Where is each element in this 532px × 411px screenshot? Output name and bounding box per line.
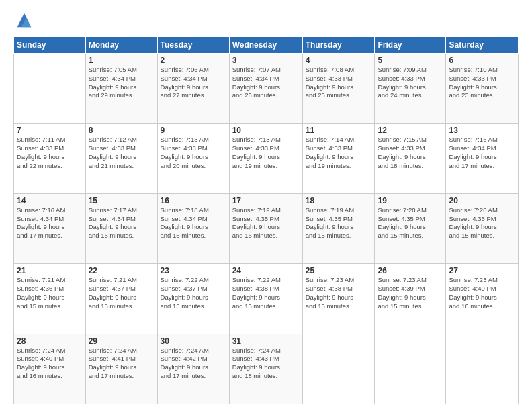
calendar-cell: 3Sunrise: 7:07 AM Sunset: 4:34 PM Daylig… (229, 54, 302, 124)
calendar-cell: 27Sunrise: 7:23 AM Sunset: 4:40 PM Dayli… (446, 264, 519, 334)
logo (13, 11, 34, 31)
calendar-cell: 11Sunrise: 7:14 AM Sunset: 4:33 PM Dayli… (302, 124, 375, 193)
day-number: 17 (232, 196, 300, 205)
day-info: Sunrise: 7:07 AM Sunset: 4:34 PM Dayligh… (232, 66, 300, 100)
calendar-cell: 18Sunrise: 7:19 AM Sunset: 4:35 PM Dayli… (302, 193, 375, 263)
calendar-week-row: 14Sunrise: 7:16 AM Sunset: 4:34 PM Dayli… (14, 193, 519, 263)
calendar-cell: 10Sunrise: 7:13 AM Sunset: 4:33 PM Dayli… (229, 124, 302, 193)
day-number: 15 (89, 196, 154, 205)
calendar-cell: 4Sunrise: 7:08 AM Sunset: 4:33 PM Daylig… (302, 54, 375, 124)
day-number: 8 (89, 126, 154, 135)
day-number: 6 (449, 56, 515, 65)
day-info: Sunrise: 7:06 AM Sunset: 4:34 PM Dayligh… (161, 66, 226, 100)
weekday-header: Wednesday (229, 37, 302, 54)
calendar-cell: 15Sunrise: 7:17 AM Sunset: 4:34 PM Dayli… (85, 193, 157, 263)
day-number: 22 (89, 266, 154, 275)
day-info: Sunrise: 7:17 AM Sunset: 4:34 PM Dayligh… (89, 206, 154, 240)
header (13, 11, 519, 31)
day-info: Sunrise: 7:16 AM Sunset: 4:34 PM Dayligh… (449, 136, 515, 170)
day-number: 3 (232, 56, 300, 65)
day-info: Sunrise: 7:23 AM Sunset: 4:38 PM Dayligh… (306, 276, 372, 310)
calendar-cell: 5Sunrise: 7:09 AM Sunset: 4:33 PM Daylig… (375, 54, 446, 124)
calendar-cell: 22Sunrise: 7:21 AM Sunset: 4:37 PM Dayli… (85, 264, 157, 334)
calendar-header: SundayMondayTuesdayWednesdayThursdayFrid… (14, 37, 519, 54)
day-info: Sunrise: 7:22 AM Sunset: 4:37 PM Dayligh… (161, 276, 226, 310)
calendar-cell: 21Sunrise: 7:21 AM Sunset: 4:36 PM Dayli… (14, 264, 86, 334)
calendar-cell (14, 54, 86, 124)
calendar-cell: 23Sunrise: 7:22 AM Sunset: 4:37 PM Dayli… (157, 264, 229, 334)
calendar-cell: 13Sunrise: 7:16 AM Sunset: 4:34 PM Dayli… (446, 124, 519, 193)
day-number: 27 (449, 266, 515, 275)
weekday-header: Sunday (14, 37, 86, 54)
day-number: 9 (161, 126, 226, 135)
calendar-cell: 14Sunrise: 7:16 AM Sunset: 4:34 PM Dayli… (14, 193, 86, 263)
day-number: 7 (17, 126, 83, 135)
day-info: Sunrise: 7:12 AM Sunset: 4:33 PM Dayligh… (89, 136, 154, 170)
day-info: Sunrise: 7:24 AM Sunset: 4:43 PM Dayligh… (232, 347, 300, 381)
day-number: 30 (161, 336, 226, 346)
calendar-cell: 20Sunrise: 7:20 AM Sunset: 4:36 PM Dayli… (446, 193, 519, 263)
day-info: Sunrise: 7:11 AM Sunset: 4:33 PM Dayligh… (17, 136, 83, 170)
day-info: Sunrise: 7:14 AM Sunset: 4:33 PM Dayligh… (306, 136, 372, 170)
day-number: 28 (17, 336, 83, 346)
day-info: Sunrise: 7:09 AM Sunset: 4:33 PM Dayligh… (378, 66, 443, 100)
day-number: 5 (378, 56, 443, 65)
day-number: 16 (161, 196, 226, 205)
day-info: Sunrise: 7:24 AM Sunset: 4:41 PM Dayligh… (89, 347, 154, 381)
calendar-cell: 8Sunrise: 7:12 AM Sunset: 4:33 PM Daylig… (85, 124, 157, 193)
day-number: 29 (89, 336, 154, 346)
day-number: 13 (449, 126, 515, 135)
calendar-week-row: 1Sunrise: 7:05 AM Sunset: 4:34 PM Daylig… (14, 54, 519, 124)
calendar-cell: 31Sunrise: 7:24 AM Sunset: 4:43 PM Dayli… (229, 334, 302, 404)
weekday-header: Tuesday (157, 37, 229, 54)
day-number: 10 (232, 126, 300, 135)
calendar-cell (375, 334, 446, 404)
calendar-cell: 2Sunrise: 7:06 AM Sunset: 4:34 PM Daylig… (157, 54, 229, 124)
weekday-row: SundayMondayTuesdayWednesdayThursdayFrid… (14, 37, 519, 54)
day-number: 31 (232, 336, 300, 346)
day-number: 18 (306, 196, 372, 205)
day-number: 2 (161, 56, 226, 65)
calendar-cell: 29Sunrise: 7:24 AM Sunset: 4:41 PM Dayli… (85, 334, 157, 404)
day-info: Sunrise: 7:24 AM Sunset: 4:42 PM Dayligh… (161, 347, 226, 381)
day-info: Sunrise: 7:05 AM Sunset: 4:34 PM Dayligh… (89, 66, 154, 100)
logo-icon (15, 11, 34, 30)
weekday-header: Thursday (302, 37, 375, 54)
day-number: 4 (306, 56, 372, 65)
calendar-week-row: 28Sunrise: 7:24 AM Sunset: 4:40 PM Dayli… (14, 334, 519, 404)
day-info: Sunrise: 7:23 AM Sunset: 4:40 PM Dayligh… (449, 276, 515, 310)
calendar-week-row: 7Sunrise: 7:11 AM Sunset: 4:33 PM Daylig… (14, 124, 519, 193)
day-info: Sunrise: 7:10 AM Sunset: 4:33 PM Dayligh… (449, 66, 515, 100)
day-info: Sunrise: 7:16 AM Sunset: 4:34 PM Dayligh… (17, 206, 83, 240)
day-number: 26 (378, 266, 443, 275)
day-info: Sunrise: 7:19 AM Sunset: 4:35 PM Dayligh… (306, 206, 372, 240)
day-info: Sunrise: 7:13 AM Sunset: 4:33 PM Dayligh… (232, 136, 300, 170)
calendar-cell: 25Sunrise: 7:23 AM Sunset: 4:38 PM Dayli… (302, 264, 375, 334)
day-number: 20 (449, 196, 515, 205)
day-number: 14 (17, 196, 83, 205)
day-number: 1 (89, 56, 154, 65)
day-info: Sunrise: 7:18 AM Sunset: 4:34 PM Dayligh… (161, 206, 226, 240)
calendar-cell: 24Sunrise: 7:22 AM Sunset: 4:38 PM Dayli… (229, 264, 302, 334)
calendar-body: 1Sunrise: 7:05 AM Sunset: 4:34 PM Daylig… (14, 54, 519, 404)
weekday-header: Saturday (446, 37, 519, 54)
calendar-cell (302, 334, 375, 404)
calendar-cell: 28Sunrise: 7:24 AM Sunset: 4:40 PM Dayli… (14, 334, 86, 404)
calendar-cell: 12Sunrise: 7:15 AM Sunset: 4:33 PM Dayli… (375, 124, 446, 193)
day-number: 19 (378, 196, 443, 205)
calendar-cell: 7Sunrise: 7:11 AM Sunset: 4:33 PM Daylig… (14, 124, 86, 193)
weekday-header: Monday (85, 37, 157, 54)
day-info: Sunrise: 7:21 AM Sunset: 4:36 PM Dayligh… (17, 276, 83, 310)
calendar-cell: 19Sunrise: 7:20 AM Sunset: 4:35 PM Dayli… (375, 193, 446, 263)
page: SundayMondayTuesdayWednesdayThursdayFrid… (0, 0, 532, 411)
day-info: Sunrise: 7:24 AM Sunset: 4:40 PM Dayligh… (17, 347, 83, 381)
day-info: Sunrise: 7:20 AM Sunset: 4:35 PM Dayligh… (378, 206, 443, 240)
day-number: 12 (378, 126, 443, 135)
day-info: Sunrise: 7:08 AM Sunset: 4:33 PM Dayligh… (306, 66, 372, 100)
weekday-header: Friday (375, 37, 446, 54)
day-info: Sunrise: 7:22 AM Sunset: 4:38 PM Dayligh… (232, 276, 300, 310)
calendar-table: SundayMondayTuesdayWednesdayThursdayFrid… (13, 36, 519, 404)
day-number: 24 (232, 266, 300, 275)
calendar-cell: 16Sunrise: 7:18 AM Sunset: 4:34 PM Dayli… (157, 193, 229, 263)
day-info: Sunrise: 7:23 AM Sunset: 4:39 PM Dayligh… (378, 276, 443, 310)
